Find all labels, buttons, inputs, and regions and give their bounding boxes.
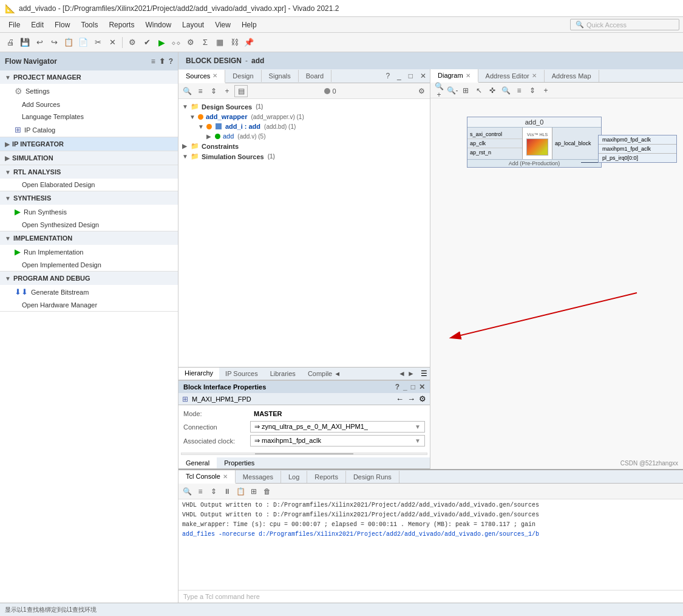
sub-tab-libraries[interactable]: Libraries [264,368,302,379]
toolbar-delete[interactable]: ✕ [106,36,119,49]
diag-select-btn[interactable]: ↖ [473,84,485,97]
nav-ip-catalog[interactable]: ⊞ IP Catalog [0,123,178,137]
toolbar-sigma[interactable]: Σ [199,36,212,49]
nav-generate-bitstream[interactable]: ⬇⬇ Generate Bitstream [0,285,178,299]
console-pause-btn[interactable]: ⏸ [221,485,233,498]
section-impl-header[interactable]: ▼ IMPLEMENTATION [0,231,178,245]
toolbar-new[interactable]: 🖨 [4,36,17,49]
diag-search-btn[interactable]: 🔍 [500,84,512,97]
bip-restore-icon[interactable]: □ [411,383,415,391]
tree-constraints[interactable]: ▶ 📁 Constraints [178,141,430,151]
address-editor-close-icon[interactable]: ✕ [532,72,537,79]
toolbar-pin[interactable]: 📌 [242,36,256,49]
nav-help-icon[interactable]: ? [169,57,173,66]
toolbar-save[interactable]: 💾 [18,36,32,49]
tab-board[interactable]: Board [299,70,331,82]
tab-address-editor[interactable]: Address Editor ✕ [478,70,545,82]
tree-add-v[interactable]: ▶ add (add.v) (5) [178,131,430,141]
sources-search-btn[interactable]: 🔍 [181,85,193,97]
sources-add-btn[interactable]: + [221,85,233,97]
nav-open-implemented[interactable]: Open Implemented Design [0,259,178,271]
toolbar-paste[interactable]: 📄 [76,36,90,49]
diagram-close-icon[interactable]: ✕ [466,72,471,79]
menu-layout[interactable]: Layout [177,19,209,30]
nav-run-implementation[interactable]: ▶ Run Implementation [0,245,178,259]
tab-log[interactable]: Log [281,471,307,483]
bip-help-icon[interactable]: ? [395,383,399,391]
bip-scrollbar[interactable] [181,453,427,455]
diag-pan-btn[interactable]: ✜ [486,84,498,97]
sources-expand-btn[interactable]: ⇕ [208,85,220,97]
section-synthesis-header[interactable]: ▼ SYNTHESIS [0,191,178,205]
sources-collapse-btn[interactable]: ≡ [194,85,206,97]
tab-minimize-icon[interactable]: _ [393,69,405,83]
nav-open-elaborated[interactable]: Open Elaborated Design [0,179,178,191]
tab-help-icon[interactable]: ? [382,69,393,83]
nav-open-synthesized[interactable]: Open Synthesized Design [0,219,178,231]
console-delete-btn[interactable]: 🗑 [261,485,273,498]
nav-up-icon[interactable]: ⬆ [159,57,165,66]
section-rtl-header[interactable]: ▼ RTL ANALYSIS [0,165,178,179]
nav-collapse-icon[interactable]: ≡ [151,57,155,66]
menu-window[interactable]: Window [140,19,176,30]
console-grid-btn[interactable]: ⊞ [248,485,260,498]
bip-minimize-icon[interactable]: _ [403,383,407,391]
tree-add-i[interactable]: ▼ add_i : add (add.bd) (1) [178,121,430,131]
sub-tab-more[interactable]: ◄ ► [395,368,418,379]
menu-help[interactable]: Help [237,19,262,30]
toolbar-cut[interactable]: ✂ [91,36,104,49]
console-collapse-btn[interactable]: ≡ [194,485,206,498]
menu-reports[interactable]: Reports [104,19,139,30]
sources-settings-btn[interactable]: ⚙ [415,85,427,97]
section-project-manager-header[interactable]: ▼ PROJECT MANAGER [0,70,178,84]
console-expand-btn[interactable]: ⇕ [208,485,220,498]
tab-diagram[interactable]: Diagram ✕ [430,69,478,83]
nav-lang-templates[interactable]: Language Templates [0,111,178,123]
bip-tab-general[interactable]: General [178,457,217,468]
nav-open-hardware[interactable]: Open Hardware Manager [0,299,178,311]
tree-add-wrapper[interactable]: ▼ add_wrapper (add_wrapper.v) (1) [178,112,430,121]
tree-sim-sources[interactable]: ▼ 📁 Simulation Sources (1) [178,151,430,162]
sub-tab-compile[interactable]: Compile ◄ [302,368,347,379]
toolbar-copy[interactable]: 📋 [62,36,75,49]
diag-expand-btn[interactable]: ⇕ [526,84,539,97]
menu-tools[interactable]: Tools [76,19,103,30]
menu-edit[interactable]: Edit [26,19,49,30]
toolbar-action1[interactable]: ⚙ [126,36,139,49]
nav-add-sources[interactable]: Add Sources [0,98,178,111]
menu-flow[interactable]: Flow [50,19,75,30]
tab-design-runs[interactable]: Design Runs [346,471,399,483]
section-simulation-header[interactable]: ▶ SIMULATION [0,151,178,165]
bip-tab-properties[interactable]: Properties [217,457,262,468]
diag-zoom-out-btn[interactable]: 🔍- [446,84,458,97]
toolbar-redo[interactable]: ↪ [47,36,61,49]
section-prog-header[interactable]: ▼ PROGRAM AND DEBUG [0,272,178,285]
toolbar-run[interactable]: ▶ [155,36,168,49]
tab-signals[interactable]: Signals [262,70,299,82]
toolbar-wave[interactable]: ⬦⬦ [169,36,183,49]
sub-tab-hierarchy[interactable]: Hierarchy [178,368,219,380]
menu-view[interactable]: View [210,19,236,30]
tree-design-sources[interactable]: ▼ 📁 Design Sources (1) [178,101,430,112]
diag-zoom-in-btn[interactable]: 🔍+ [433,84,445,97]
tab-messages[interactable]: Messages [236,471,281,483]
tab-design[interactable]: Design [225,70,261,82]
console-copy-btn[interactable]: 📋 [234,485,246,498]
diag-add-btn[interactable]: + [540,84,552,97]
console-search-btn[interactable]: 🔍 [181,485,193,498]
nav-settings[interactable]: ⚙ Settings [0,84,178,98]
sub-tab-menu[interactable]: ☰ [418,368,430,379]
quick-access-bar[interactable]: 🔍 Quick Access [570,19,679,30]
nav-run-synthesis[interactable]: ▶ Run Synthesis [0,205,178,219]
sub-tab-ip-sources[interactable]: IP Sources [219,368,264,379]
sources-filter-btn[interactable]: ▤ [234,85,248,97]
menu-file[interactable]: File [4,19,25,30]
bip-back-btn[interactable]: ← [396,394,404,403]
bip-clock-value[interactable]: ⇒ maxihpm1_fpd_aclk ▼ [250,435,425,447]
tab-tcl-console[interactable]: Tcl Console ✕ [178,470,236,484]
tab-restore-icon[interactable]: □ [405,69,416,83]
tab-sources[interactable]: Sources ✕ [178,70,225,83]
toolbar-action2[interactable]: ✔ [140,36,154,49]
bip-close-icon[interactable]: ✕ [419,383,425,391]
section-ip-integrator-header[interactable]: ▶ IP INTEGRATOR [0,137,178,151]
